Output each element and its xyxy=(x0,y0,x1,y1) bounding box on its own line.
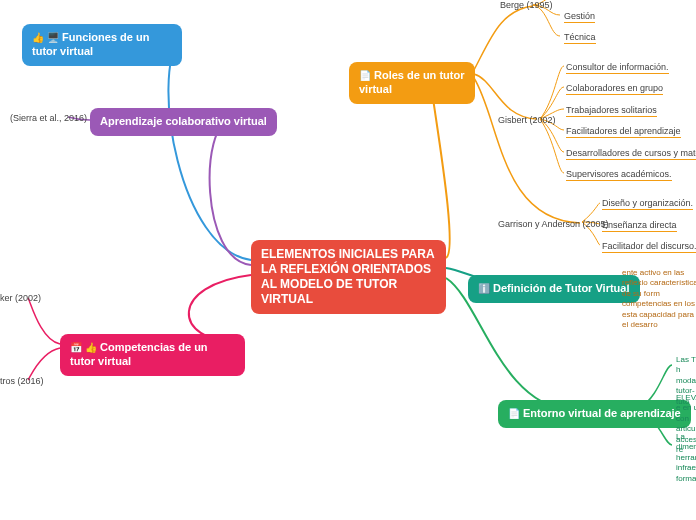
leaf-def-text: ente activo en las reflexio característi… xyxy=(622,268,696,330)
note-icon: 📄 xyxy=(359,70,371,83)
note-icon: 📄 xyxy=(508,408,520,421)
calendar-icon: 📅 xyxy=(70,342,82,355)
node-label: Entorno virtual de aprendizaje xyxy=(523,407,681,419)
leaf-gisbert: Gisbert (2002) xyxy=(498,115,556,125)
leaf-tecnica: Técnica xyxy=(564,32,596,44)
leaf-ga1: Diseño y organización. xyxy=(602,198,693,210)
node-definicion[interactable]: ℹ️Definición de Tutor Virtual xyxy=(468,275,640,303)
node-funciones[interactable]: 👍🖥️Funciones de un tutor virtual xyxy=(22,24,182,66)
thumbs-up-icon: 👍 xyxy=(32,32,44,45)
leaf-becker: ker (2002) xyxy=(0,293,41,303)
leaf-berge: Berge (1995) xyxy=(500,0,553,10)
node-roles[interactable]: 📄Roles de un tutor virtual xyxy=(349,62,475,104)
thumbs-up-icon: 👍 xyxy=(85,342,97,355)
node-competencias[interactable]: 📅👍Competencias de un tutor virtual xyxy=(60,334,245,376)
node-label: Aprendizaje colaborativo virtual xyxy=(100,115,267,127)
leaf-zabalza: tros (2016) xyxy=(0,376,44,386)
leaf-g4: Facilitadores del aprendizaje xyxy=(566,126,681,138)
leaf-g3: Trabajadores solitarios xyxy=(566,105,657,117)
node-label: Definición de Tutor Virtual xyxy=(493,282,630,294)
node-aprendizaje[interactable]: Aprendizaje colaborativo virtual xyxy=(90,108,277,136)
node-entorno[interactable]: 📄Entorno virtual de aprendizaje xyxy=(498,400,691,428)
node-label: Roles de un tutor virtual xyxy=(359,69,464,95)
leaf-ga3: Facilitador del discurso. xyxy=(602,241,696,253)
leaf-g2: Colaboradores en grupo xyxy=(566,83,663,95)
info-icon: ℹ️ xyxy=(478,283,490,296)
leaf-g1: Consultor de información. xyxy=(566,62,669,74)
leaf-garrison: Garrison y Anderson (2005) xyxy=(498,219,609,229)
leaf-g5: Desarrolladores de cursos y materiales xyxy=(566,148,696,160)
leaf-ev3: La dimen herramie infraestru formativa xyxy=(676,432,696,484)
leaf-sierra: (Sierra et al., 2016) xyxy=(10,113,87,123)
central-topic[interactable]: ELEMENTOS INICIALES PARA LA REFLEXIÓN OR… xyxy=(251,240,446,314)
monitor-icon: 🖥️ xyxy=(47,32,59,45)
leaf-gestion: Gestión xyxy=(564,11,595,23)
leaf-g6: Supervisores académicos. xyxy=(566,169,672,181)
leaf-ga2: Enseñanza directa xyxy=(602,220,677,232)
